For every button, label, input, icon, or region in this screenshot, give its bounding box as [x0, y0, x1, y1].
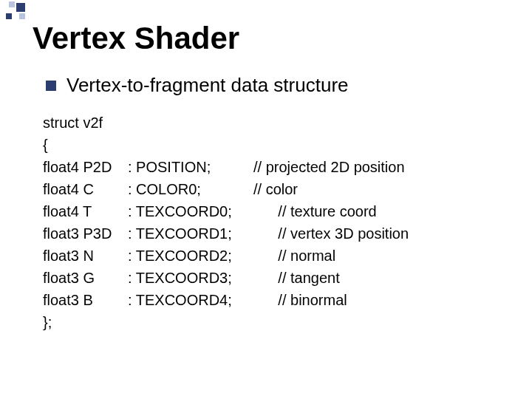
field-row: float3 G : TEXCOORD3; // tangent — [43, 267, 409, 289]
field-row: float4 T : TEXCOORD0; // texture coord — [43, 200, 409, 222]
field-row: float3 B : TEXCOORD4; // binormal — [43, 289, 409, 311]
field-semantic: : TEXCOORD1; — [128, 222, 253, 245]
field-comment: // normal — [253, 245, 409, 267]
field-comment: // vertex 3D position — [253, 222, 409, 245]
field-comment: // tangent — [253, 267, 409, 289]
field-decl: float3 G — [43, 267, 128, 289]
close-brace: }; — [43, 311, 532, 333]
field-decl: float4 C — [43, 178, 128, 200]
field-semantic: : TEXCOORD3; — [128, 267, 253, 289]
field-decl: float3 B — [43, 289, 128, 311]
field-semantic: : COLOR0; — [128, 178, 253, 200]
field-comment: // binormal — [253, 289, 409, 311]
field-comment: // projected 2D position — [253, 156, 409, 178]
field-row: float4 P2D : POSITION; // projected 2D p… — [43, 156, 409, 178]
struct-declaration: struct v2f — [43, 112, 532, 134]
code-block: struct v2f { float4 P2D : POSITION; // p… — [0, 97, 532, 333]
corner-decoration — [0, 0, 37, 30]
open-brace: { — [43, 134, 532, 156]
field-semantic: : TEXCOORD0; — [128, 200, 253, 222]
field-decl: float3 N — [43, 245, 128, 267]
field-row: float4 C : COLOR0; // color — [43, 178, 409, 200]
field-semantic: : TEXCOORD2; — [128, 245, 253, 267]
field-semantic: : POSITION; — [128, 156, 253, 178]
field-comment: // texture coord — [253, 200, 409, 222]
field-row: float3 N : TEXCOORD2; // normal — [43, 245, 409, 267]
bullet-square-icon — [46, 81, 56, 91]
struct-fields-table: float4 P2D : POSITION; // projected 2D p… — [43, 156, 409, 311]
slide-title: Vertex Shader — [0, 0, 532, 56]
field-decl: float4 T — [43, 200, 128, 222]
field-semantic: : TEXCOORD4; — [128, 289, 253, 311]
field-row: float3 P3D : TEXCOORD1; // vertex 3D pos… — [43, 222, 409, 245]
subtitle-row: Vertex-to-fragment data structure — [0, 56, 532, 97]
field-decl: float3 P3D — [43, 222, 128, 245]
field-decl: float4 P2D — [43, 156, 128, 178]
subtitle-text: Vertex-to-fragment data structure — [66, 74, 349, 97]
field-comment: // color — [253, 178, 409, 200]
